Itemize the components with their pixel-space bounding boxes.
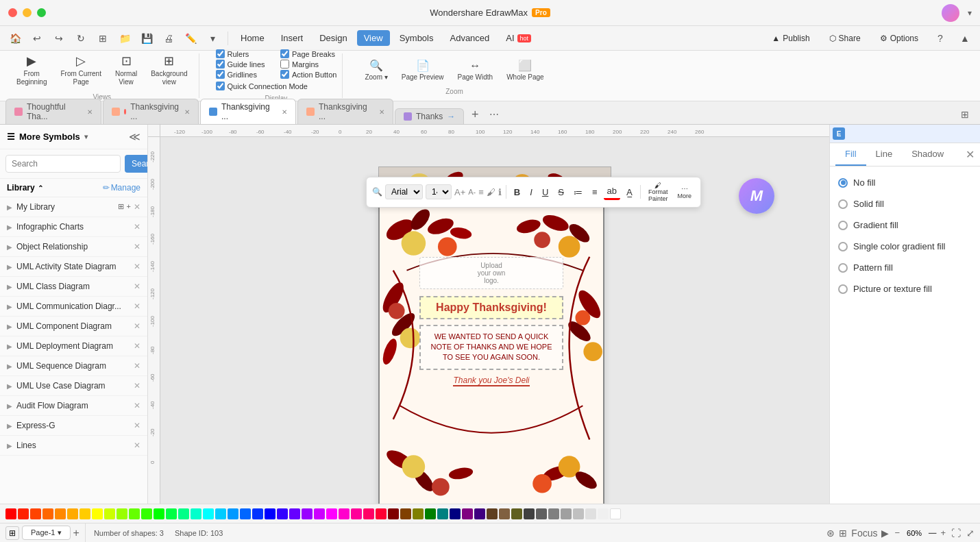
color-swatch-tan[interactable]	[499, 508, 510, 519]
color-swatch-olive[interactable]	[511, 508, 522, 519]
color-swatch[interactable]	[104, 508, 115, 519]
uml-comm-close[interactable]: ✕	[134, 301, 140, 311]
uml-seq-close[interactable]: ✕	[134, 361, 140, 371]
solid-fill-radio[interactable]	[838, 199, 848, 209]
margins-input[interactable]	[280, 60, 289, 69]
format-painter-button[interactable]: 🖌 FormatPainter	[645, 180, 672, 204]
canvas-area[interactable]: 🔍 Arial 14 A+ A- ≡ 🖌 ℹ B I U	[160, 137, 829, 504]
action-button-checkbox[interactable]: Action Button	[280, 70, 336, 79]
tab-5[interactable]: Thanks →	[395, 108, 464, 124]
add-tab-button[interactable]: +	[465, 105, 485, 124]
manage-link[interactable]: ✏ Manage	[103, 183, 140, 193]
color-swatch-green[interactable]	[154, 508, 164, 519]
user-avatar[interactable]	[942, 4, 959, 22]
picture-fill-option[interactable]: Picture or texture fill	[838, 281, 972, 297]
color-swatch[interactable]	[166, 508, 177, 519]
menu-ai[interactable]: AI hot	[499, 30, 538, 46]
italic-button[interactable]: I	[526, 185, 536, 199]
quick-connection-input[interactable]	[216, 82, 225, 90]
sidebar-item-uml-activity[interactable]: ▶ UML Activity State Diagram ✕	[0, 257, 147, 277]
search-button[interactable]: Search	[125, 155, 148, 173]
gridlines-input[interactable]	[216, 70, 225, 79]
pattern-fill-radio[interactable]	[838, 263, 848, 273]
sidebar-item-my-library[interactable]: ▶ My Library ⊞ + ✕	[0, 197, 147, 217]
no-fill-option[interactable]: No fill	[838, 175, 972, 190]
color-swatch-blue[interactable]	[265, 508, 275, 519]
color-swatch-cyan[interactable]	[203, 508, 214, 519]
from-beginning-button[interactable]: ▶ FromBeginning	[11, 51, 52, 89]
font-size-select[interactable]: 14	[426, 184, 452, 199]
color-swatch[interactable]	[425, 508, 436, 519]
underline-button[interactable]: U	[539, 185, 552, 199]
color-swatch[interactable]	[598, 508, 609, 519]
uml-activity-close[interactable]: ✕	[134, 262, 140, 271]
rulers-checkbox[interactable]: Rulers	[216, 49, 272, 58]
menu-home[interactable]: Home	[234, 30, 271, 46]
zoom-in-button[interactable]: +	[940, 528, 946, 538]
audit-flow-close[interactable]: ✕	[134, 401, 140, 410]
play-icon[interactable]: ▶	[881, 528, 889, 539]
uml-comp-close[interactable]: ✕	[134, 321, 140, 331]
tab3-close[interactable]: ✕	[282, 108, 287, 116]
paintbrush-icon[interactable]: 🖌	[487, 187, 495, 197]
guide-lines-input[interactable]	[216, 60, 225, 69]
my-library-close[interactable]: ✕	[134, 202, 140, 212]
object-rel-close[interactable]: ✕	[134, 242, 140, 251]
rulers-input[interactable]	[216, 49, 225, 58]
bold-button[interactable]: B	[511, 185, 524, 199]
guide-lines-checkbox[interactable]: Guide lines	[216, 60, 272, 69]
single-gradient-option[interactable]: Single color gradient fill	[838, 238, 972, 254]
font-color-ab[interactable]: ab	[604, 184, 620, 200]
color-swatch[interactable]	[561, 508, 572, 519]
text-highlight-icon[interactable]: A̲	[623, 185, 636, 199]
uml-usecase-close[interactable]: ✕	[134, 381, 140, 391]
tab1-close[interactable]: ✕	[87, 108, 93, 116]
add-page-button[interactable]: +	[73, 527, 79, 539]
color-swatch[interactable]	[252, 508, 263, 519]
save-icon[interactable]: 💾	[137, 29, 156, 48]
publish-button[interactable]: ▲Publish	[765, 31, 816, 46]
zoom-out-button[interactable]: −	[894, 528, 900, 538]
menu-design[interactable]: Design	[313, 30, 354, 46]
zoom-button[interactable]: 🔍 Zoom ▾	[359, 56, 393, 84]
color-swatch-red[interactable]	[5, 508, 16, 519]
page-1-tab[interactable]: Page-1 ▾	[22, 526, 71, 540]
sidebar-item-uml-deploy[interactable]: ▶ UML Deployment Diagram ✕	[0, 336, 147, 356]
my-library-add-icon[interactable]: +	[127, 202, 131, 212]
tab-2[interactable]: Thanksgiving ... ✕	[103, 99, 199, 124]
more-text-button[interactable]: ⋯ More	[674, 184, 696, 201]
tab4-close[interactable]: ✕	[379, 108, 384, 116]
page-breaks-input[interactable]	[280, 49, 289, 58]
infographic-close[interactable]: ✕	[134, 222, 140, 232]
color-swatch[interactable]	[228, 508, 238, 519]
gradient-fill-option[interactable]: Gradient fill	[838, 217, 972, 233]
print-icon[interactable]: 🖨	[159, 29, 178, 48]
home-icon[interactable]: 🏠	[5, 29, 25, 48]
upload-logo-area[interactable]: Upload your own logo.	[419, 257, 563, 289]
numbered-list-button[interactable]: ≔	[570, 185, 586, 199]
gradient-fill-radio[interactable]	[838, 221, 848, 230]
color-swatch[interactable]	[117, 508, 127, 519]
color-swatch[interactable]	[376, 508, 387, 519]
my-library-copy-icon[interactable]: ⊞	[118, 202, 124, 212]
options-button[interactable]: ⚙Options	[873, 31, 925, 46]
uml-class-close[interactable]: ✕	[134, 282, 140, 291]
color-swatch[interactable]	[437, 508, 448, 519]
sidebar-item-uml-comm[interactable]: ▶ UML Communication Diagr... ✕	[0, 297, 147, 317]
help-icon[interactable]: ?	[931, 29, 950, 48]
color-swatch-yellow[interactable]	[92, 508, 103, 519]
color-swatch[interactable]	[524, 508, 535, 519]
color-swatch[interactable]	[215, 508, 226, 519]
open-icon[interactable]: 📁	[115, 29, 134, 48]
color-swatch[interactable]	[289, 508, 300, 519]
sidebar-collapse-icon[interactable]: ≪	[129, 130, 140, 143]
collapse-icon[interactable]: ▲	[955, 29, 975, 48]
fullscreen-icon[interactable]: ⤢	[966, 528, 975, 539]
close-button[interactable]	[8, 8, 17, 17]
normal-view-button[interactable]: ⊡ NormalView	[110, 51, 143, 89]
tab-4[interactable]: Thanksgiving ... ✕	[297, 99, 393, 124]
background-view-button[interactable]: ⊞ Backgroundview	[145, 51, 193, 89]
quick-connection-checkbox[interactable]: Quick Connection Mode	[216, 82, 308, 90]
tab-3[interactable]: Thanksgiving ... ✕	[200, 99, 296, 124]
sidebar-title[interactable]: ☰ More Symbols ▾	[7, 132, 88, 142]
